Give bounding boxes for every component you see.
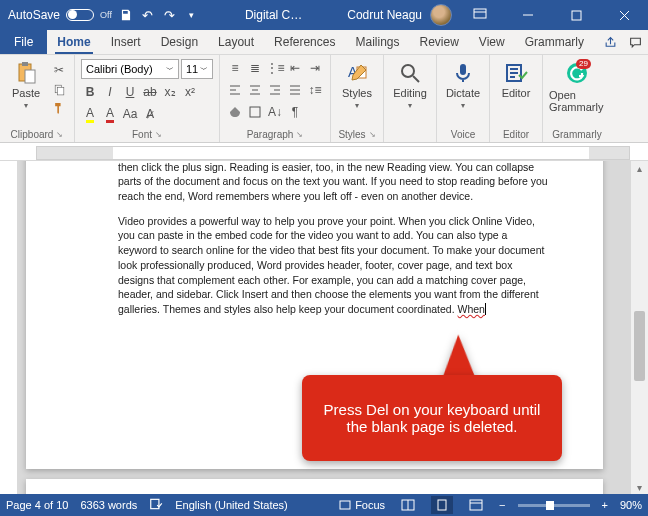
subscript-icon[interactable]: x₂ [161, 83, 179, 101]
superscript-icon[interactable]: x² [181, 83, 199, 101]
increase-indent-icon[interactable]: ⇥ [306, 59, 324, 77]
strikethrough-icon[interactable]: ab [141, 83, 159, 101]
tab-insert[interactable]: Insert [101, 30, 151, 54]
page-indicator[interactable]: Page 4 of 10 [6, 499, 68, 511]
justify-icon[interactable] [286, 81, 304, 99]
avatar[interactable] [430, 4, 452, 26]
copy-icon[interactable] [50, 80, 68, 98]
svg-rect-6 [22, 62, 28, 66]
italic-icon[interactable]: I [101, 83, 119, 101]
paragraph[interactable]: Video provides a powerful way to help yo… [118, 214, 549, 317]
decrease-indent-icon[interactable]: ⇤ [286, 59, 304, 77]
clear-formatting-icon[interactable]: A̷ [141, 105, 159, 123]
tab-review[interactable]: Review [409, 30, 468, 54]
language-indicator[interactable]: English (United States) [175, 499, 288, 511]
zoom-level[interactable]: 90% [620, 499, 642, 511]
font-color-icon[interactable]: A [101, 105, 119, 123]
document-title: Digital C… [200, 8, 347, 22]
svg-rect-27 [460, 64, 466, 75]
paste-button[interactable]: Paste ▾ [6, 59, 46, 110]
launcher-icon[interactable]: ↘ [56, 130, 63, 139]
group-editing: Editing ▾ [384, 55, 437, 142]
maximize-button[interactable] [556, 0, 596, 30]
align-left-icon[interactable] [226, 81, 244, 99]
chevron-down-icon: ▾ [24, 101, 28, 110]
dictate-button[interactable]: Dictate ▾ [443, 59, 483, 110]
editing-label: Editing [393, 87, 427, 99]
borders-icon[interactable] [246, 103, 264, 121]
group-styles: A Styles ▾ Styles↘ [331, 55, 384, 142]
bullet-list-icon[interactable]: ≡ [226, 59, 244, 77]
minimize-button[interactable] [508, 0, 548, 30]
show-marks-icon[interactable]: ¶ [286, 103, 304, 121]
svg-rect-0 [474, 9, 486, 18]
multilevel-list-icon[interactable]: ⋮≡ [266, 59, 284, 77]
editor-button[interactable]: Editor [496, 59, 536, 99]
qat-dropdown-icon[interactable]: ▾ [184, 7, 200, 23]
web-layout-icon[interactable] [465, 496, 487, 514]
align-right-icon[interactable] [266, 81, 284, 99]
comments-button[interactable] [623, 30, 648, 54]
grammarly-button[interactable]: 29 Open Grammarly [549, 59, 605, 113]
group-voice: Dictate ▾ Voice [437, 55, 490, 142]
undo-icon[interactable]: ↶ [140, 7, 156, 23]
shading-icon[interactable] [226, 103, 244, 121]
underline-icon[interactable]: U [121, 83, 139, 101]
autosave-toggle[interactable]: AutoSave Off [8, 8, 112, 22]
toggle-switch-icon [66, 9, 94, 21]
tab-layout[interactable]: Layout [208, 30, 264, 54]
tab-mailings[interactable]: Mailings [345, 30, 409, 54]
chevron-down-icon: ▾ [355, 101, 359, 110]
word-count[interactable]: 6363 words [80, 499, 137, 511]
print-layout-icon[interactable] [431, 496, 453, 514]
scroll-up-icon[interactable]: ▴ [631, 161, 648, 175]
document-area: next to it. When you work on a table, cl… [0, 161, 648, 494]
tab-file[interactable]: File [0, 30, 47, 54]
scrollbar-thumb[interactable] [634, 311, 645, 381]
zoom-slider[interactable] [518, 504, 590, 507]
zoom-in-icon[interactable]: + [602, 499, 608, 511]
editing-button[interactable]: Editing ▾ [390, 59, 430, 110]
spellcheck-icon[interactable] [149, 497, 163, 513]
font-name-select[interactable]: Calibri (Body)﹀ [81, 59, 179, 79]
close-button[interactable] [604, 0, 644, 30]
change-case-icon[interactable]: Aa [121, 105, 139, 123]
vertical-scrollbar[interactable]: ▴ ▾ [631, 161, 648, 494]
focus-mode[interactable]: Focus [339, 499, 385, 511]
launcher-icon[interactable]: ↘ [296, 130, 303, 139]
read-mode-icon[interactable] [397, 496, 419, 514]
save-icon[interactable] [118, 7, 134, 23]
tab-references[interactable]: References [264, 30, 345, 54]
tab-view[interactable]: View [469, 30, 515, 54]
format-painter-icon[interactable] [50, 99, 68, 117]
tab-design[interactable]: Design [151, 30, 208, 54]
bold-icon[interactable]: B [81, 83, 99, 101]
share-button[interactable] [598, 30, 623, 54]
autosave-state: Off [100, 10, 112, 20]
styles-button[interactable]: A Styles ▾ [337, 59, 377, 110]
font-size-select[interactable]: 11﹀ [181, 59, 213, 79]
horizontal-ruler[interactable] [0, 143, 648, 161]
paragraph[interactable]: next to it. When you work on a table, cl… [118, 161, 549, 204]
numbered-list-icon[interactable]: ≣ [246, 59, 264, 77]
launcher-icon[interactable]: ↘ [155, 130, 162, 139]
ribbon-display-icon[interactable] [460, 0, 500, 30]
tab-grammarly[interactable]: Grammarly [515, 30, 594, 54]
page-blank[interactable] [26, 479, 603, 494]
line-spacing-icon[interactable]: ↕≡ [306, 81, 324, 99]
scroll-down-icon[interactable]: ▾ [631, 480, 648, 494]
svg-rect-7 [25, 70, 35, 83]
redo-icon[interactable]: ↷ [162, 7, 178, 23]
launcher-icon[interactable]: ↘ [369, 130, 376, 139]
title-bar: AutoSave Off ↶ ↷ ▾ Digital C… Codrut Nea… [0, 0, 648, 30]
svg-point-25 [402, 65, 414, 77]
highlight-icon[interactable]: A [81, 105, 99, 123]
sort-icon[interactable]: A↓ [266, 103, 284, 121]
vertical-ruler[interactable] [0, 161, 18, 494]
zoom-out-icon[interactable]: − [499, 499, 505, 511]
tab-home[interactable]: Home [47, 30, 100, 54]
autosave-label: AutoSave [8, 8, 60, 22]
cut-icon[interactable]: ✂ [50, 61, 68, 79]
align-center-icon[interactable] [246, 81, 264, 99]
user-name[interactable]: Codrut Neagu [347, 8, 422, 22]
